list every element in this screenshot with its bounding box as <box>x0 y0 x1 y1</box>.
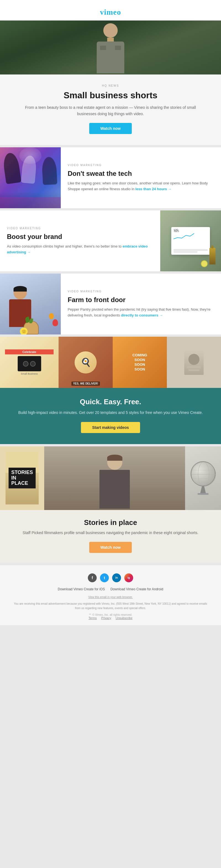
stories-portrait <box>44 446 185 510</box>
brand-mockup: 125 <box>171 227 210 255</box>
footer-legal-links: Terms Privacy Unsubscribe <box>11 616 210 620</box>
facebook-icon[interactable]: f <box>88 574 97 582</box>
linkedin-icon[interactable]: in <box>112 574 121 582</box>
download-ios-link[interactable]: Download Vimeo Create for iOS <box>58 587 105 591</box>
collage-section: Celebrate Small Business 🍳 YES, WE DELIV… <box>0 337 221 444</box>
brand-image: 125 <box>160 210 221 271</box>
stories-globe <box>185 446 221 510</box>
section-tech: VIDEO MARKETING Don't sweat the tech Lik… <box>0 147 221 208</box>
section-farm: 🙂 VIDEO MARKETING Farm to front door Pep… <box>0 274 221 335</box>
teal-heading: Quick. Easy. Free. <box>16 398 205 406</box>
stories-image: STORIES IN PLACE <box>0 446 221 510</box>
unsubscribe-link[interactable]: Unsubscribe <box>115 616 132 620</box>
stories-body: Staff Picked filmmakers profile small bu… <box>16 530 205 536</box>
farm-image: 🙂 <box>0 274 61 335</box>
section-brand: 125 VIDEO MARKETING Boost your brand <box>0 210 221 271</box>
section-hq: HQ NEWS Small business shorts From a tee… <box>0 74 221 145</box>
download-android-link[interactable]: Download Vimeo Create for Android <box>110 587 163 591</box>
footer-download-links: Download Vimeo Create for iOS Download V… <box>11 587 210 591</box>
start-making-videos-button[interactable]: Start making videos <box>81 422 140 433</box>
hero-image <box>0 21 221 74</box>
collage-item-2: 🍳 YES, WE DELIVER! <box>59 337 113 388</box>
social-icons: f t in ig <box>11 574 210 582</box>
watch-now-button-1[interactable]: Watch now <box>89 123 132 134</box>
collage-item-3: COMINGSOONSOONSOON <box>113 337 167 388</box>
instagram-icon[interactable]: ig <box>124 574 133 582</box>
section-farm-body: Pepper Pantry pivoted when the pandemic … <box>68 307 214 318</box>
section-hq-label: HQ NEWS <box>16 84 205 87</box>
section-tech-link[interactable]: less than 24 hours → <box>135 187 172 191</box>
watch-now-button-2[interactable]: Watch now <box>89 542 132 553</box>
teal-section: Quick. Easy. Free. Build high-impact vid… <box>0 388 221 444</box>
footer-legal-text: You are receiving this email advertiseme… <box>11 602 210 611</box>
collage-small-biz-label: Small Business <box>21 372 38 375</box>
stories-title-card: STORIES IN PLACE <box>0 446 44 510</box>
terms-link[interactable]: Terms <box>88 616 97 620</box>
section-brand-body: As video consumption climbs higher and h… <box>7 244 153 255</box>
section-tech-body: Like the saying goes: when one door clos… <box>68 181 214 192</box>
footer: f t in ig Download Vimeo Create for iOS … <box>0 565 221 625</box>
fitness-image <box>0 147 61 208</box>
twitter-icon[interactable]: t <box>100 574 109 582</box>
section-tech-text: VIDEO MARKETING Don't sweat the tech Lik… <box>61 147 221 208</box>
collage-images: Celebrate Small Business 🍳 YES, WE DELIV… <box>0 337 221 388</box>
stories-title-block: STORIES IN PLACE <box>8 468 36 488</box>
email-wrapper: vimeo HQ NEWS Small business sh <box>0 0 221 625</box>
section-farm-heading: Farm to front door <box>68 296 214 304</box>
section-tech-heading: Don't sweat the tech <box>68 169 214 178</box>
section-farm-label: VIDEO MARKETING <box>68 290 214 293</box>
collage-item-1: Celebrate Small Business <box>0 337 59 388</box>
collage-item-4 <box>167 337 221 388</box>
stories-section: STORIES IN PLACE <box>0 446 221 563</box>
section-brand-text: VIDEO MARKETING Boost your brand As vide… <box>0 210 160 271</box>
stories-text: Stories in place Staff Picked filmmakers… <box>0 510 221 563</box>
teal-body: Build high-impact video in minutes. Get … <box>16 409 205 415</box>
section-brand-label: VIDEO MARKETING <box>7 227 153 230</box>
privacy-link[interactable]: Privacy <box>101 616 111 620</box>
stories-heading: Stories in place <box>16 518 205 527</box>
section-farm-link[interactable]: directly to consumers → <box>121 313 163 317</box>
footer-copyright: ℠ © Vimeo, Inc. all rights reserved. <box>11 613 210 616</box>
collage-celebrate-label: Celebrate <box>5 349 53 354</box>
vimeo-logo: vimeo <box>0 5 221 21</box>
header: vimeo <box>0 0 221 21</box>
yes-we-deliver: YES, WE DELIVER! <box>71 381 100 386</box>
section-brand-heading: Boost your brand <box>7 232 153 241</box>
section-hq-body: From a teen beauty boss to a real estate… <box>16 104 205 117</box>
view-email-link[interactable]: View this email in your web browser. <box>11 595 210 599</box>
section-hq-heading: Small business shorts <box>16 90 205 100</box>
section-tech-label: VIDEO MARKETING <box>68 164 214 167</box>
section-farm-text: VIDEO MARKETING Farm to front door Peppe… <box>61 274 221 335</box>
coming-soon-text: COMINGSOONSOONSOON <box>132 353 147 372</box>
